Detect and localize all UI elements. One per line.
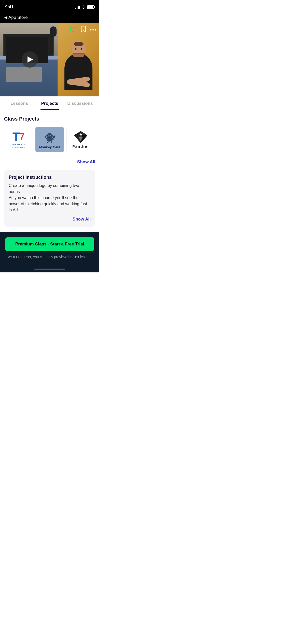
- svg-point-3: [51, 135, 53, 136]
- status-bar: 9:41: [0, 0, 99, 13]
- status-time: 9:41: [5, 5, 13, 10]
- signal-icon: [75, 5, 80, 9]
- more-menu-icon[interactable]: •••: [90, 27, 97, 33]
- instructor-head: [72, 40, 86, 56]
- svg-point-7: [49, 135, 49, 135]
- projects-show-all-row: Show All: [4, 157, 95, 170]
- cta-subtext: As a Free user, you can only preview the…: [5, 255, 94, 259]
- svg-point-8: [50, 135, 51, 135]
- techcon-sub-text: SOLUTIONS: [12, 147, 25, 149]
- svg-point-2: [46, 135, 48, 136]
- free-trial-button[interactable]: Premium Class · Start a Free Trial: [5, 237, 94, 251]
- home-indicator: [0, 267, 99, 272]
- main-content: Class Projects T7 TECHCON SOLUTIONS: [0, 110, 99, 227]
- hero-overlay-icons: •••: [70, 26, 97, 34]
- nav-bar: ◀ App Store: [0, 13, 99, 23]
- project-card-panther[interactable]: Panther: [66, 127, 95, 152]
- techcon-logo: T7 TECHCON SOLUTIONS: [11, 131, 25, 149]
- class-projects-title: Class Projects: [4, 116, 95, 122]
- bottom-cta: Premium Class · Start a Free Trial As a …: [0, 232, 99, 267]
- instructions-text: Create a unique logo by combining two no…: [9, 183, 91, 213]
- instructions-title: Project Instructions: [9, 175, 91, 180]
- monkey-cafe-logo: Monkey Café: [39, 130, 60, 149]
- projects-row: T7 TECHCON SOLUTIONS: [4, 127, 95, 152]
- tab-discussions[interactable]: Discussions: [65, 96, 95, 110]
- back-arrow-icon[interactable]: ◀: [4, 15, 7, 20]
- techcon-text: TECHCON: [11, 143, 25, 146]
- home-indicator-bar: [34, 269, 65, 270]
- tabs-bar: Lessons Projects Discussions: [0, 96, 99, 110]
- instructor-figure: [62, 40, 95, 96]
- project-card-monkey-cafe[interactable]: Monkey Café: [35, 127, 64, 152]
- monkey-cafe-text: Monkey Café: [39, 145, 60, 149]
- status-icons: [75, 5, 94, 9]
- bookmark-icon[interactable]: [81, 26, 86, 34]
- instructions-show-all-button[interactable]: Show All: [9, 217, 91, 222]
- projects-show-all-button[interactable]: Show All: [77, 159, 95, 165]
- panther-text: Panther: [72, 144, 89, 149]
- play-triangle-icon: [28, 56, 33, 63]
- instructions-card: Project Instructions Create a unique log…: [4, 170, 95, 227]
- techcon-t-icon: T7: [12, 131, 24, 143]
- tab-projects[interactable]: Projects: [34, 96, 65, 110]
- battery-icon: [87, 5, 94, 9]
- panther-logo: Panther: [72, 131, 89, 149]
- monkey-icon: [43, 130, 56, 144]
- airplay-icon[interactable]: [70, 26, 77, 33]
- project-card-techcon[interactable]: T7 TECHCON SOLUTIONS: [4, 127, 33, 152]
- panther-diamond-icon: [74, 131, 88, 143]
- wifi-icon: [82, 5, 86, 9]
- hero-container: •••: [0, 23, 99, 96]
- svg-point-4: [48, 135, 51, 137]
- back-label[interactable]: App Store: [8, 15, 28, 20]
- play-button[interactable]: [22, 51, 38, 68]
- tab-lessons[interactable]: Lessons: [4, 96, 34, 110]
